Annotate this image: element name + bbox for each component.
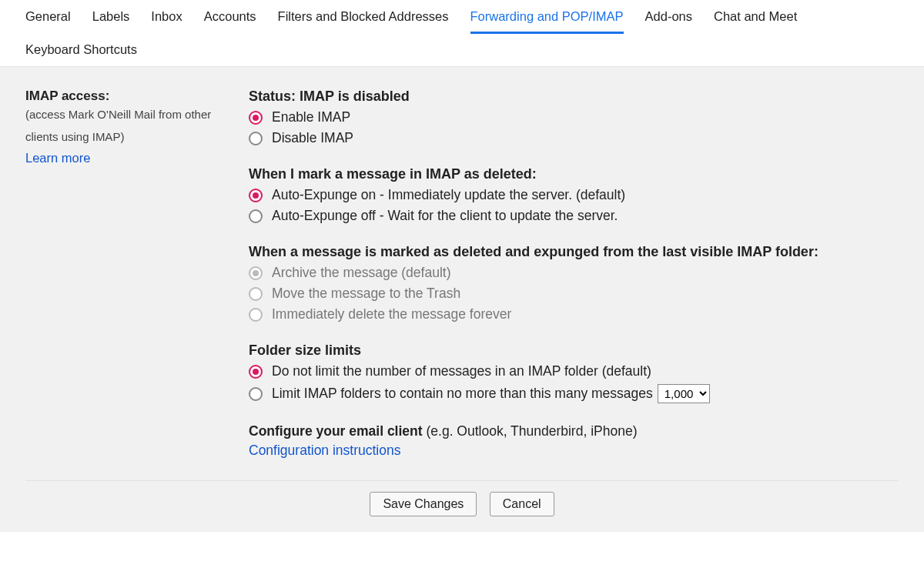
radio-no-limit[interactable] bbox=[249, 365, 263, 379]
configuration-instructions-link[interactable]: Configuration instructions bbox=[249, 443, 400, 459]
label-no-limit: Do not limit the number of messages in a… bbox=[272, 363, 651, 379]
label-delete-forever: Immediately delete the message forever bbox=[272, 306, 511, 322]
section-label-col: IMAP access: (access Mark O'Neill Mail f… bbox=[25, 89, 249, 466]
when-expunged-heading: When a message is marked as deleted and … bbox=[249, 244, 899, 260]
radio-row-limit-messages: Limit IMAP folders to contain no more th… bbox=[249, 384, 899, 403]
radio-limit-messages[interactable] bbox=[249, 387, 263, 401]
tab-chat-meet[interactable]: Chat and Meet bbox=[714, 0, 797, 33]
learn-more-link[interactable]: Learn more bbox=[25, 151, 90, 165]
tab-addons[interactable]: Add-ons bbox=[645, 0, 692, 33]
label-disable-imap: Disable IMAP bbox=[272, 130, 353, 146]
configure-client-group: Configure your email client (e.g. Outloo… bbox=[249, 423, 899, 459]
tab-general[interactable]: General bbox=[25, 0, 71, 33]
radio-row-enable-imap: Enable IMAP bbox=[249, 109, 899, 125]
configure-client-rest: (e.g. Outlook, Thunderbird, iPhone) bbox=[423, 423, 638, 439]
imap-status-heading: Status: IMAP is disabled bbox=[249, 89, 899, 105]
radio-archive-message bbox=[249, 266, 263, 280]
imap-access-title: IMAP access: bbox=[25, 89, 241, 104]
folder-limits-group: Folder size limits Do not limit the numb… bbox=[249, 342, 899, 403]
radio-auto-expunge-on[interactable] bbox=[249, 189, 263, 202]
label-auto-expunge-off: Auto-Expunge off - Wait for the client t… bbox=[272, 208, 618, 224]
radio-row-move-to-trash: Move the message to the Trash bbox=[249, 286, 899, 302]
radio-row-auto-expunge-off: Auto-Expunge off - Wait for the client t… bbox=[249, 208, 899, 224]
tab-accounts[interactable]: Accounts bbox=[204, 0, 256, 33]
settings-tabs: General Labels Inbox Accounts Filters an… bbox=[0, 0, 924, 67]
tab-forwarding-pop-imap[interactable]: Forwarding and POP/IMAP bbox=[470, 0, 624, 33]
when-expunged-group: When a message is marked as deleted and … bbox=[249, 244, 899, 322]
radio-enable-imap[interactable] bbox=[249, 111, 263, 125]
when-deleted-group: When I mark a message in IMAP as deleted… bbox=[249, 166, 899, 224]
when-deleted-heading: When I mark a message in IMAP as deleted… bbox=[249, 166, 899, 182]
folder-limits-heading: Folder size limits bbox=[249, 342, 899, 359]
radio-row-archive-message: Archive the message (default) bbox=[249, 265, 899, 281]
tab-filters[interactable]: Filters and Blocked Addresses bbox=[278, 0, 449, 33]
tab-keyboard-shortcuts[interactable]: Keyboard Shortcuts bbox=[25, 33, 137, 66]
label-limit-messages: Limit IMAP folders to contain no more th… bbox=[272, 386, 653, 402]
configure-client-line: Configure your email client (e.g. Outloo… bbox=[249, 423, 899, 439]
radio-disable-imap[interactable] bbox=[249, 132, 263, 145]
tab-labels[interactable]: Labels bbox=[92, 0, 130, 33]
label-auto-expunge-on: Auto-Expunge on - Immediately update the… bbox=[272, 187, 625, 203]
radio-row-no-limit: Do not limit the number of messages in a… bbox=[249, 363, 899, 379]
label-enable-imap: Enable IMAP bbox=[272, 109, 350, 125]
radio-move-to-trash bbox=[249, 287, 263, 301]
cancel-button[interactable]: Cancel bbox=[490, 492, 554, 516]
radio-row-auto-expunge-on: Auto-Expunge on - Immediately update the… bbox=[249, 187, 899, 203]
imap-status-group: Status: IMAP is disabled Enable IMAP Dis… bbox=[249, 89, 899, 146]
imap-access-sub: (access Mark O'Neill Mail from other cli… bbox=[25, 104, 241, 148]
tab-inbox[interactable]: Inbox bbox=[151, 0, 182, 33]
radio-delete-forever bbox=[249, 308, 263, 322]
button-row: Save Changes Cancel bbox=[25, 481, 899, 532]
label-move-to-trash: Move the message to the Trash bbox=[272, 286, 460, 302]
radio-row-disable-imap: Disable IMAP bbox=[249, 130, 899, 146]
radio-auto-expunge-off[interactable] bbox=[249, 209, 263, 223]
label-archive-message: Archive the message (default) bbox=[272, 265, 450, 281]
message-limit-select[interactable]: 1,000 bbox=[658, 384, 710, 403]
configure-client-bold: Configure your email client bbox=[249, 423, 423, 439]
imap-access-section: IMAP access: (access Mark O'Neill Mail f… bbox=[25, 89, 899, 481]
settings-content: IMAP access: (access Mark O'Neill Mail f… bbox=[0, 67, 924, 532]
save-changes-button[interactable]: Save Changes bbox=[370, 492, 477, 516]
radio-row-delete-forever: Immediately delete the message forever bbox=[249, 306, 899, 322]
section-options-col: Status: IMAP is disabled Enable IMAP Dis… bbox=[249, 89, 899, 466]
